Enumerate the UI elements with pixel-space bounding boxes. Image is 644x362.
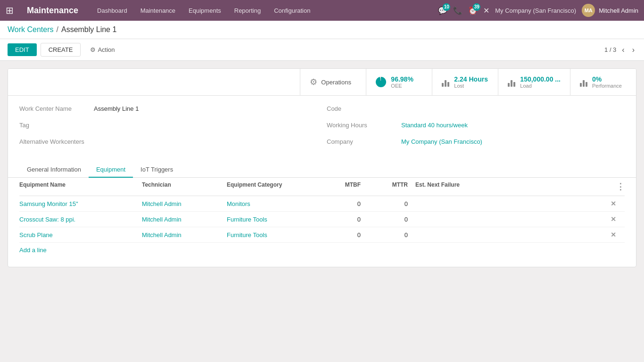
form-row: Work Center Name Assembly Line 1 Tag Alt… xyxy=(19,105,625,149)
field-code: Code xyxy=(327,105,625,112)
action-button[interactable]: ⚙ Action xyxy=(84,43,120,56)
app-name: Maintenance xyxy=(27,6,78,16)
stat-hours-lost[interactable]: 2.24 Hours Lost xyxy=(432,69,498,95)
nav-dashboard[interactable]: Dashboard xyxy=(91,5,133,16)
nav-maintenance[interactable]: Maintenance xyxy=(135,5,181,16)
add-line-button[interactable]: Add a line xyxy=(19,243,47,257)
app-grid-icon[interactable]: ⊞ xyxy=(6,5,14,16)
hours-value: 2.24 Hours xyxy=(454,75,488,83)
tab-general-information[interactable]: General Information xyxy=(19,162,89,178)
mttr-1: 0 xyxy=(368,216,415,223)
main-content: ⚙ Operations 96.98% OEE 2.24 Hours xyxy=(0,61,644,275)
work-center-name-value: Assembly Line 1 xyxy=(94,105,139,112)
nav-reporting[interactable]: Reporting xyxy=(229,5,266,16)
clock-widget[interactable]: ⏰ 39 xyxy=(468,6,478,15)
tabs: General Information Equipment IoT Trigge… xyxy=(8,162,636,178)
oee-chart-icon xyxy=(376,77,386,87)
operations-icon: ⚙ xyxy=(310,77,317,87)
table-header: Equipment Name Technician Equipment Cate… xyxy=(19,178,625,196)
hours-chart-icon xyxy=(442,77,449,87)
col-mtbf: MTBF xyxy=(321,181,368,192)
top-navigation: ⊞ Maintenance Dashboard Maintenance Equi… xyxy=(0,0,644,21)
stats-bar: ⚙ Operations 96.98% OEE 2.24 Hours xyxy=(8,69,636,96)
create-button[interactable]: CREATE xyxy=(41,43,81,57)
prev-button[interactable]: ‹ xyxy=(620,45,626,55)
breadcrumb: Work Centers / Assembly Line 1 xyxy=(8,25,116,34)
mttr-0: 0 xyxy=(368,200,415,207)
table-row: Samsung Monitor 15" Mitchell Admin Monit… xyxy=(19,196,625,212)
operations-label: Operations xyxy=(321,79,351,86)
stat-oee[interactable]: 96.98% OEE xyxy=(366,69,432,95)
pagination-current: 1 xyxy=(604,46,608,53)
stat-load[interactable]: 150,000.00 ... Load xyxy=(498,69,570,95)
field-tag: Tag xyxy=(19,122,317,129)
mtbf-1: 0 xyxy=(321,216,368,223)
breadcrumb-current: Assembly Line 1 xyxy=(61,25,116,34)
tab-equipment[interactable]: Equipment xyxy=(89,162,133,178)
edit-button[interactable]: EDIT xyxy=(8,43,37,56)
category-2[interactable]: Furniture Tools xyxy=(227,231,321,239)
stats-placeholder xyxy=(8,69,300,95)
clock-count: 39 xyxy=(473,3,480,11)
nav-configuration[interactable]: Configuration xyxy=(268,5,316,16)
table-row: Scrub Plane Mitchell Admin Furniture Too… xyxy=(19,227,625,243)
mtbf-2: 0 xyxy=(321,231,368,239)
category-0[interactable]: Monitors xyxy=(227,200,321,207)
notification-count: 10 xyxy=(443,3,450,11)
phone-icon[interactable]: 📞 xyxy=(453,6,462,15)
delete-row-2[interactable]: ✕ xyxy=(611,231,625,239)
topnav-icons: 💬 10 📞 ⏰ 39 ✕ My Company (San Francisco)… xyxy=(438,4,638,17)
col-options-icon[interactable]: ⋮ xyxy=(611,181,625,192)
tab-iot-triggers[interactable]: IoT Triggers xyxy=(133,162,181,178)
user-menu[interactable]: MA Mitchell Admin xyxy=(582,4,638,17)
technician-0[interactable]: Mitchell Admin xyxy=(142,200,227,207)
load-info: 150,000.00 ... Load xyxy=(520,75,561,89)
delete-row-1[interactable]: ✕ xyxy=(611,215,625,223)
col-technician: Technician xyxy=(142,181,227,192)
field-group-right: Code Working Hours Standard 40 hours/wee… xyxy=(327,105,625,149)
nav-equipments[interactable]: Equipments xyxy=(183,5,227,16)
gear-icon: ⚙ xyxy=(90,46,96,53)
oee-value: 96.98% xyxy=(391,75,413,83)
equipment-name-2[interactable]: Scrub Plane xyxy=(19,231,142,239)
breadcrumb-parent[interactable]: Work Centers xyxy=(8,25,54,34)
performance-chart-icon xyxy=(580,77,587,87)
field-alternative: Alternative Workcenters xyxy=(19,138,317,145)
equipment-name-1[interactable]: Crosscut Saw: 8 ppi. xyxy=(19,216,142,223)
notification-bell[interactable]: 💬 10 xyxy=(438,6,447,15)
stat-performance[interactable]: 0% Performance xyxy=(570,69,636,95)
field-work-center-name: Work Center Name Assembly Line 1 xyxy=(19,105,317,112)
equipment-name-0[interactable]: Samsung Monitor 15" xyxy=(19,200,142,207)
company-label: Company xyxy=(327,138,397,145)
pagination-total: 3 xyxy=(613,46,616,53)
next-button[interactable]: › xyxy=(630,45,636,55)
field-group-left: Work Center Name Assembly Line 1 Tag Alt… xyxy=(19,105,317,149)
category-1[interactable]: Furniture Tools xyxy=(227,216,321,223)
load-label: Load xyxy=(520,83,561,89)
avatar: MA xyxy=(582,4,595,17)
performance-info: 0% Performance xyxy=(592,75,622,89)
stat-operations[interactable]: ⚙ Operations xyxy=(300,69,366,95)
pagination: 1 / 3 ‹ › xyxy=(604,45,636,55)
performance-label: Performance xyxy=(592,83,622,89)
alternative-label: Alternative Workcenters xyxy=(19,138,90,145)
col-est-next-failure: Est. Next Failure xyxy=(415,181,611,192)
main-nav: Dashboard Maintenance Equipments Reporti… xyxy=(91,5,429,16)
working-hours-value[interactable]: Standard 40 hours/week xyxy=(401,122,468,129)
technician-1[interactable]: Mitchell Admin xyxy=(142,216,227,223)
company-value[interactable]: My Company (San Francisco) xyxy=(401,138,482,145)
field-working-hours: Working Hours Standard 40 hours/week xyxy=(327,122,625,129)
load-chart-icon xyxy=(508,77,515,87)
form-card: ⚙ Operations 96.98% OEE 2.24 Hours xyxy=(8,68,636,267)
tag-label: Tag xyxy=(19,122,90,129)
breadcrumb-bar: Work Centers / Assembly Line 1 xyxy=(0,21,644,39)
oee-info: 96.98% OEE xyxy=(391,75,413,89)
delete-row-0[interactable]: ✕ xyxy=(611,200,625,207)
load-value: 150,000.00 ... xyxy=(520,75,561,83)
company-name: My Company (San Francisco) xyxy=(495,7,576,14)
toolbar: EDIT CREATE ⚙ Action 1 / 3 ‹ › xyxy=(0,39,644,61)
technician-2[interactable]: Mitchell Admin xyxy=(142,231,227,239)
close-icon[interactable]: ✕ xyxy=(483,6,489,15)
oee-label: OEE xyxy=(391,83,413,89)
pagination-text: 1 / 3 xyxy=(604,46,616,53)
